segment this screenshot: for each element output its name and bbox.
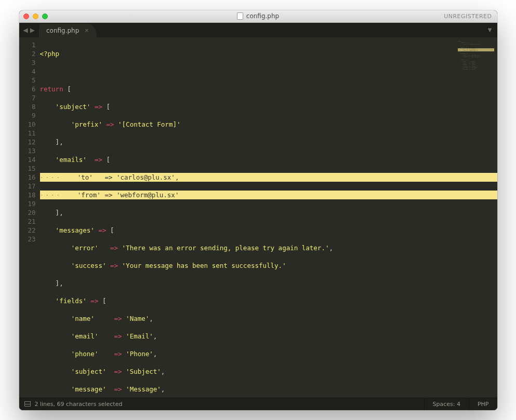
file-icon [237, 12, 243, 20]
window-controls [23, 13, 48, 19]
tab-overflow-icon[interactable]: ▼ [483, 27, 497, 33]
panel-toggle-icon[interactable] [24, 401, 31, 407]
code-content[interactable]: <?php return [ 'subject' => [ 'prefix' =… [40, 37, 497, 398]
status-syntax[interactable]: PHP [469, 398, 497, 410]
zoom-window-button[interactable] [42, 13, 48, 19]
nav-forward-icon[interactable]: ▶ [30, 26, 35, 34]
code-return: return [40, 85, 63, 93]
close-window-button[interactable] [23, 13, 29, 19]
selected-line-9: ···· 'from' => 'webform@plu.sx' [40, 191, 497, 199]
titlebar: config.php UNREGISTERED [19, 10, 497, 23]
window-title: config.php [19, 12, 497, 20]
status-indentation[interactable]: Spaces: 4 [424, 398, 469, 410]
editor-window: config.php UNREGISTERED ◀ ▶ config.php ×… [19, 10, 497, 410]
selected-line-8: ···· 'to' => 'carlos@plu.sx', [40, 173, 497, 182]
line-number-gutter: 1234567891011121314151617181920212223 [19, 37, 40, 398]
code-editor[interactable]: 1234567891011121314151617181920212223 <?… [19, 37, 497, 398]
minimize-window-button[interactable] [33, 13, 38, 19]
status-selection: 2 lines, 69 characters selected [35, 401, 123, 408]
window-title-filename: config.php [246, 12, 279, 20]
tab-gutter [97, 23, 483, 37]
nav-back-icon[interactable]: ◀ [23, 26, 28, 34]
tab-label: config.php [46, 27, 79, 34]
tab-bar: ◀ ▶ config.php × ▼ [19, 23, 497, 37]
status-bar: 2 lines, 69 characters selected Spaces: … [19, 398, 497, 410]
tab-config-php[interactable]: config.php × [39, 24, 97, 37]
registration-status: UNREGISTERED [444, 13, 492, 20]
code-open-tag: <?php [40, 50, 60, 58]
close-tab-icon[interactable]: × [84, 27, 89, 34]
